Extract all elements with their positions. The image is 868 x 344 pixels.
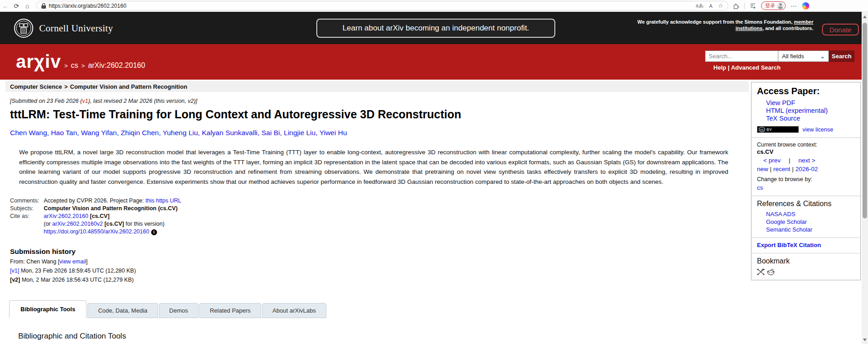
breadcrumb-subject[interactable]: Computer Vision and Pattern Recognition — [70, 83, 188, 90]
prev-link[interactable]: < prev — [763, 157, 781, 164]
scroll-down-arrow[interactable] — [863, 339, 867, 341]
google-scholar-link[interactable]: Google Scholar — [766, 218, 855, 225]
avatar — [777, 2, 784, 9]
bibsonomy-icon[interactable] — [757, 268, 765, 275]
export-bibtex-section: Export BibTeX Citation — [751, 238, 860, 253]
author-link[interactable]: Lingjie Liu — [284, 129, 320, 137]
arxiv-logo[interactable]: arχiv — [16, 51, 61, 72]
help-link[interactable]: Help — [713, 64, 726, 71]
abstract-text: We propose tttLRM, a novel large 3D reco… — [19, 147, 728, 187]
author-link[interactable]: Yuheng Liu — [162, 129, 202, 137]
donate-button[interactable]: Donate — [822, 24, 859, 35]
tex-source-link[interactable]: TeX Source — [766, 115, 855, 122]
doi-link[interactable]: https://doi.org/10.48550/arXiv.2602.2016… — [44, 228, 149, 235]
by-label: BY — [766, 127, 772, 132]
author-link[interactable]: Kalyan Sunkavalli — [202, 129, 261, 137]
tab-about-arxivlabs[interactable]: About arXivLabs — [262, 303, 326, 318]
author-link[interactable]: Yiwei Hu — [320, 129, 347, 137]
extra-services-sidebar: Access Paper: View PDF HTML (experimenta… — [751, 82, 861, 280]
v2-history-text: Mon, 2 Mar 2026 18:56:43 UTC (12,279 KB) — [20, 277, 133, 283]
arxiv-id-link[interactable]: arXiv:2602.20160 — [44, 213, 88, 219]
from-text: From: Chen Wang [ — [10, 258, 60, 265]
extensions-icon[interactable] — [733, 3, 739, 9]
refresh-icon[interactable]: ⟳ — [11, 2, 22, 10]
export-bibtex-link[interactable]: Export BibTeX Citation — [757, 242, 821, 248]
site-header: Cornell University Learn about arXiv bec… — [0, 12, 868, 44]
info-icon[interactable]: i — [151, 229, 157, 235]
change-browse-links: cs — [757, 184, 855, 191]
cite-alt-prefix: (or — [44, 221, 52, 227]
author-link[interactable]: Wang Yifan — [81, 129, 121, 137]
scrollbar-thumb[interactable] — [863, 23, 867, 218]
arxiv-version-link[interactable]: arXiv:2602.20160v2 — [52, 221, 103, 227]
cornell-logo-block[interactable]: Cornell University — [14, 18, 113, 38]
comments-row: Comments: Accepted by CVPR 2026. Project… — [10, 197, 181, 204]
dateline-text-2: ), last revised 2 Mar 2026 (this version… — [88, 98, 198, 104]
from-text-close: ] — [86, 258, 87, 265]
tab-related-papers[interactable]: Related Papers — [199, 303, 261, 318]
search-input[interactable] — [705, 51, 778, 62]
favorites-list-icon[interactable] — [750, 3, 756, 9]
chevron-down-icon: ⌄ — [820, 53, 825, 60]
more-menu-icon[interactable]: ⋯ — [791, 2, 797, 10]
tab-code-data-media[interactable]: Code, Data, Media — [87, 303, 157, 318]
access-paper-section: Access Paper: View PDF HTML (experimenta… — [751, 82, 860, 137]
new-listing-link[interactable]: new — [757, 166, 768, 172]
semantic-scholar-link[interactable]: Semantic Scholar — [766, 226, 855, 233]
labs-section-heading: Bibliographic and Citation Tools — [18, 332, 749, 341]
author-list: Chen WangHao TanWang YifanZhiqin ChenYuh… — [10, 129, 749, 137]
pipe-separator: | — [728, 64, 730, 71]
pipe-separator: | — [789, 157, 791, 164]
scroll-up-arrow[interactable] — [863, 15, 867, 18]
cs-browse-link[interactable]: cs — [757, 184, 763, 191]
login-label: 登录 — [765, 2, 775, 9]
breadcrumb-separator: > — [81, 62, 85, 69]
breadcrumb-cs-link[interactable]: cs — [71, 61, 78, 70]
pipe-separator: | — [770, 166, 772, 172]
address-bar[interactable]: https://arxiv.org/abs/2602.20160 aあ A ☆ — [36, 1, 728, 10]
nonprofit-banner-button[interactable]: Learn about arXiv becoming an independen… — [316, 19, 555, 38]
tab-bibliographic-tools[interactable]: Bibliographic Tools — [9, 300, 86, 318]
v1-history-link[interactable]: [v1] — [10, 268, 19, 274]
v1-link[interactable]: v1 — [82, 98, 88, 104]
html-experimental-link[interactable]: HTML (experimental) — [766, 107, 855, 114]
cite-alt-category: [cs.CV] — [104, 221, 124, 227]
advanced-search-link[interactable]: Advanced Search — [731, 64, 781, 71]
author-link[interactable]: Hao Tan — [51, 129, 81, 137]
month-listing-link[interactable]: 2026-02 — [795, 166, 818, 172]
tab-demos[interactable]: Demos — [159, 303, 198, 318]
cc-by-license-badge[interactable]: cc BY — [757, 126, 799, 133]
nasa-ads-link[interactable]: NASA ADS — [766, 211, 855, 218]
url-text[interactable]: https://arxiv.org/abs/2602.20160 — [49, 3, 696, 9]
translate-icon[interactable]: aあ — [696, 2, 704, 9]
author-link[interactable]: Sai Bi — [261, 129, 284, 137]
support-text-1: We gratefully acknowledge support from t… — [637, 19, 794, 25]
support-acknowledgement: We gratefully acknowledge support from t… — [631, 19, 813, 31]
recent-listing-link[interactable]: recent — [773, 166, 791, 172]
breadcrumb-archive[interactable]: Computer Science — [10, 83, 62, 90]
subjects-value: Computer Vision and Pattern Recognition … — [44, 204, 181, 212]
view-email-link[interactable]: view email — [60, 258, 86, 265]
cornell-university-label[interactable]: Cornell University — [39, 23, 113, 34]
copilot-icon[interactable] — [802, 2, 809, 10]
listing-nav: new | recent | 2026-02 — [757, 166, 855, 172]
toolbar-divider — [744, 3, 745, 9]
profile-login-button[interactable]: 登录 — [761, 1, 786, 10]
breadcrumb-paper-id[interactable]: arXiv:2602.20160 — [88, 61, 145, 70]
next-link[interactable]: next > — [798, 157, 815, 164]
read-aloud-icon[interactable]: A — [709, 3, 712, 9]
back-icon[interactable]: ← — [0, 2, 11, 10]
page-scrollbar[interactable] — [862, 12, 868, 344]
field-selector-dropdown[interactable]: All fields ⌄ — [778, 51, 829, 62]
subject-breadcrumb: Computer Science > Computer Vision and P… — [5, 81, 749, 92]
search-button[interactable]: Search — [829, 51, 854, 62]
view-pdf-link[interactable]: View PDF — [766, 99, 855, 106]
home-icon[interactable]: ⌂ — [22, 2, 33, 10]
reddit-icon[interactable] — [767, 268, 775, 275]
author-link[interactable]: Zhiqin Chen — [121, 129, 162, 137]
author-link[interactable]: Chen Wang — [10, 129, 51, 137]
v1-history-text: Mon, 23 Feb 2026 18:59:45 UTC (12,280 KB… — [19, 268, 136, 274]
view-license-link[interactable]: view license — [802, 126, 833, 133]
favorite-star-icon[interactable]: ☆ — [718, 2, 723, 9]
project-page-link[interactable]: this https URL — [146, 197, 182, 204]
